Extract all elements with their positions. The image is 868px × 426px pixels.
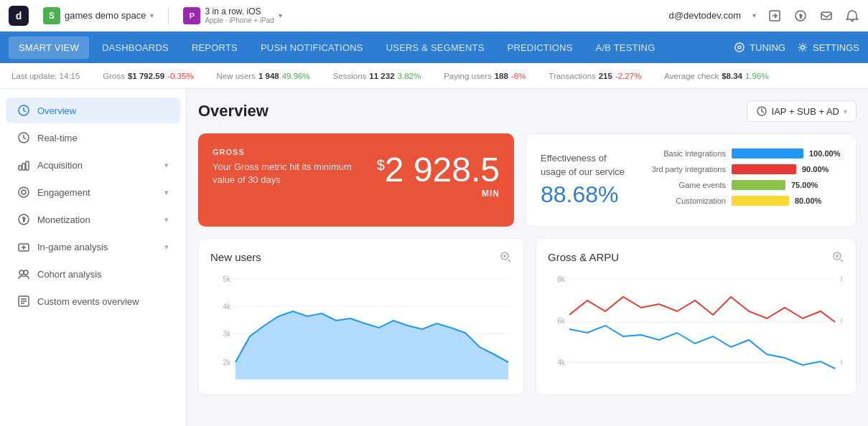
svg-text:0.3: 0.3 [841, 359, 842, 366]
gross-min-label: MIN [377, 189, 500, 199]
filter-chevron-icon: ▾ [844, 108, 847, 115]
eff-row-game: Game events 75.00% [640, 180, 841, 190]
stat-transactions-change: -2.27% [615, 72, 641, 80]
svg-rect-10 [26, 161, 29, 170]
stats-bar: Last update: 14:15 Gross $1 792.59 -0.35… [0, 63, 868, 89]
nav-tuning[interactable]: TUNING [734, 42, 785, 53]
filter-label: IAP + SUB + AD [772, 106, 839, 117]
stat-avg-check: Average check $8.34 1.96% [664, 72, 768, 80]
sidebar-item-acquisition[interactable]: Acquisition ▾ [6, 152, 180, 178]
gross-arpu-chart-title: Gross & ARPU [548, 251, 619, 263]
new-users-zoom-icon[interactable] [499, 250, 512, 263]
sidebar-item-engagement[interactable]: Engagement ▾ [6, 179, 180, 205]
gross-arpu-svg: 8k 6k 4k 0.6 0.45 0.3 [548, 272, 842, 383]
gross-arpu-zoom-icon[interactable] [831, 250, 844, 263]
svg-text:8k: 8k [557, 275, 566, 283]
message-icon[interactable] [819, 9, 834, 23]
ingame-icon [17, 240, 30, 253]
notification-icon[interactable] [845, 9, 859, 23]
realtime-icon [17, 131, 30, 144]
svg-text:6k: 6k [557, 317, 566, 325]
app-selector[interactable]: S games demo space ▾ [37, 4, 159, 27]
app-icon: S [43, 7, 60, 24]
project-sub: Apple · iPhone + iPad [205, 16, 274, 24]
gross-number: 2 928.5 [385, 153, 500, 187]
main-content: Overview IAP + SUB + AD ▾ GROSS Your Gro… [187, 89, 868, 426]
billing-icon[interactable] [793, 9, 808, 23]
stat-new-users-change: 49.96% [282, 72, 310, 80]
monetization-icon [17, 213, 30, 226]
nav-bar: SMART VIEW DASHBOARDS REPORTS PUSH NOTIF… [0, 32, 868, 63]
eff-row-basic: Basic integrations 100.00% [640, 148, 841, 158]
sidebar-item-custom-events[interactable]: Custom events overview [6, 288, 180, 314]
svg-rect-2 [821, 12, 831, 19]
svg-text:3k: 3k [223, 330, 231, 338]
nav-predictions[interactable]: PREDICTIONS [498, 37, 583, 59]
sidebar-item-cohort[interactable]: Cohort analysis [6, 261, 180, 287]
svg-point-15 [19, 270, 24, 275]
gross-value: $ 2 928.5 MIN [377, 153, 500, 199]
nav-push-notifications[interactable]: PUSH NOTIFICATIONS [251, 37, 373, 59]
project-selector[interactable]: P 3 in a row. iOS Apple · iPhone + iPad … [177, 4, 287, 27]
new-users-chart-area: 5k 4k 3k 2k [210, 272, 512, 383]
nav-dashboards[interactable]: DASHBOARDS [92, 37, 179, 59]
acquisition-chevron-icon: ▾ [164, 161, 169, 170]
cards-row: GROSS Your Gross metric hit its minimum … [198, 133, 857, 227]
page-title: Overview [198, 102, 269, 120]
stat-gross: Gross $1 792.59 -0.35% [103, 72, 193, 80]
user-email: d@devtodev.com [669, 10, 741, 21]
sidebar-item-realtime[interactable]: Real-time [6, 125, 180, 151]
sidebar: Overview Real-time Acquisition ▾ Engagem… [0, 89, 187, 426]
logo-icon: d [9, 6, 29, 26]
svg-text:0.45: 0.45 [841, 317, 842, 325]
last-update: Last update: 14:15 [11, 72, 80, 80]
eff-bar-basic [732, 148, 803, 158]
eff-bar-game [732, 180, 785, 190]
nav-reports[interactable]: REPORTS [182, 37, 248, 59]
svg-text:4k: 4k [223, 303, 231, 311]
effectiveness-percent: 88.68% [541, 181, 625, 208]
effectiveness-title: Effectiveness of usage of our service [541, 152, 625, 178]
new-users-chart-card: New users 5k 4k 3k 2k [198, 238, 524, 395]
user-chevron-icon: ▾ [752, 11, 756, 19]
stat-gross-change: -0.35% [167, 72, 193, 80]
nav-settings[interactable]: SETTINGS [797, 42, 859, 53]
svg-point-12 [22, 190, 26, 194]
gross-dollar: $ [377, 157, 385, 174]
sidebar-item-ingame[interactable]: In-game analysis ▾ [6, 234, 180, 260]
stat-transactions: Transactions 215 -2.27% [549, 72, 641, 80]
sidebar-item-overview[interactable]: Overview [6, 98, 180, 123]
project-chevron-icon: ▾ [279, 11, 282, 19]
filter-button[interactable]: IAP + SUB + AD ▾ [747, 100, 857, 122]
svg-point-16 [24, 270, 28, 275]
stat-paying-change: -6% [511, 72, 526, 80]
gross-desc: Your Gross metric hit its minimum value … [213, 161, 356, 186]
main-layout: Overview Real-time Acquisition ▾ Engagem… [0, 89, 868, 426]
ingame-chevron-icon: ▾ [164, 242, 169, 252]
nav-ab-testing[interactable]: A/B TESTING [586, 37, 666, 59]
svg-text:2k: 2k [223, 359, 231, 366]
top-bar: d S games demo space ▾ P 3 in a row. iOS… [0, 0, 868, 32]
stat-avg-check-change: 1.96% [745, 72, 769, 80]
export-icon[interactable] [767, 9, 782, 23]
content-header: Overview IAP + SUB + AD ▾ [198, 100, 857, 122]
svg-text:0.6: 0.6 [841, 275, 842, 283]
custom-events-icon [17, 295, 30, 308]
new-users-svg: 5k 4k 3k 2k [210, 272, 512, 383]
engagement-chevron-icon: ▾ [164, 188, 169, 197]
gross-card: GROSS Your Gross metric hit its minimum … [198, 133, 514, 227]
nav-smart-view[interactable]: SMART VIEW [9, 37, 89, 59]
divider [168, 7, 169, 24]
svg-point-3 [735, 43, 744, 52]
engagement-icon [17, 186, 30, 199]
monetization-chevron-icon: ▾ [164, 215, 169, 224]
chart-header-new-users: New users [210, 250, 512, 263]
svg-text:5k: 5k [223, 275, 231, 283]
app-chevron-icon: ▾ [150, 11, 154, 19]
nav-users-segments[interactable]: USERS & SEGMENTS [376, 37, 495, 59]
svg-rect-8 [19, 166, 22, 170]
gross-arpu-chart-area: 8k 6k 4k 0.6 0.45 0.3 [548, 272, 844, 383]
svg-point-11 [19, 187, 29, 197]
svg-point-5 [801, 46, 804, 49]
sidebar-item-monetization[interactable]: Monetization ▾ [6, 207, 180, 232]
